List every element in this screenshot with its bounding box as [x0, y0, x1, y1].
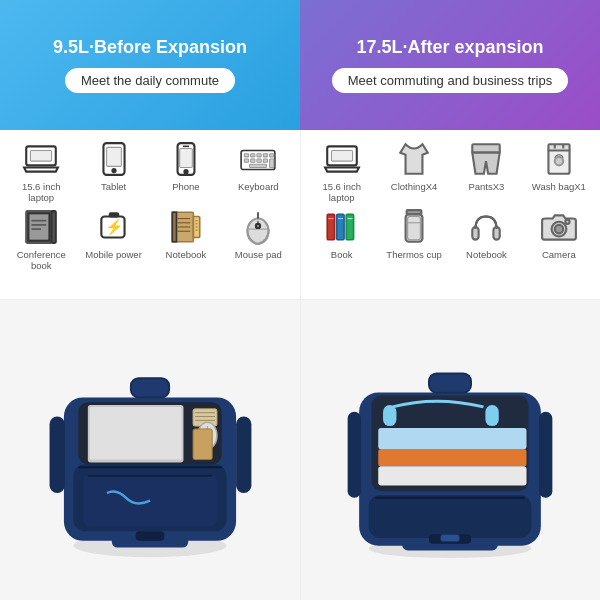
mousepad-icon [239, 208, 277, 246]
banner-left: 9.5L·Before Expansion Meet the daily com… [0, 0, 300, 130]
icon-pants: PantsX3 [456, 140, 516, 192]
svg-rect-104 [441, 534, 460, 542]
icons-row-left-2: Conference book ⚡ Mobile power [5, 208, 295, 272]
icon-laptop-1: 15.6 inch laptop [11, 140, 71, 204]
banners-section: 9.5L·Before Expansion Meet the daily com… [0, 0, 600, 130]
svg-rect-8 [180, 148, 193, 167]
svg-point-6 [184, 170, 187, 173]
keyboard-icon [239, 140, 277, 178]
icons-panel-right: 15.6 inch laptop ClothingX4 [301, 130, 601, 299]
svg-rect-20 [270, 159, 274, 167]
svg-rect-94 [486, 405, 499, 426]
svg-rect-13 [264, 154, 268, 157]
svg-rect-84 [193, 429, 212, 460]
images-section [0, 300, 600, 600]
banner-right-subtitle: Meet commuting and business trips [332, 68, 568, 93]
svg-rect-1 [31, 151, 52, 162]
svg-rect-98 [369, 495, 532, 538]
icon-label-tablet: Tablet [101, 181, 126, 192]
icon-label-clothing: ClothingX4 [391, 181, 437, 192]
backpack-left [10, 310, 290, 590]
laptop-2-icon [323, 140, 361, 178]
svg-rect-97 [379, 466, 527, 485]
icons-panel-left: 15.6 inch laptop Tablet [0, 130, 301, 299]
svg-rect-49 [548, 144, 569, 150]
icon-label-keyboard: Keyboard [238, 181, 279, 192]
svg-rect-15 [251, 159, 255, 162]
svg-point-44 [256, 224, 260, 228]
icon-label-mousepad: Mouse pad [235, 249, 282, 260]
washbag-icon [540, 140, 578, 178]
pants-icon [467, 140, 505, 178]
svg-rect-31 [172, 212, 176, 242]
svg-rect-88 [135, 531, 164, 541]
icon-tablet: Tablet [84, 140, 144, 192]
svg-rect-85 [49, 417, 64, 494]
icon-keyboard: Keyboard [228, 140, 288, 192]
svg-rect-4 [106, 147, 121, 166]
svg-point-66 [555, 225, 563, 233]
banner-right-title: 17.5L·After expansion [356, 37, 543, 59]
icon-label-laptop-1: 15.6 inch laptop [11, 181, 71, 204]
svg-rect-19 [270, 154, 274, 157]
svg-rect-18 [250, 164, 267, 167]
main-container: 9.5L·Before Expansion Meet the daily com… [0, 0, 600, 600]
icon-thermos: Thermos cup [384, 208, 444, 260]
icon-label-notebook-left: Notebook [166, 249, 207, 260]
svg-rect-73 [83, 474, 217, 527]
icon-laptop-2: 15.6 inch laptop [312, 140, 372, 204]
svg-rect-16 [257, 159, 261, 162]
icon-headphones: Notebook [456, 208, 516, 260]
svg-rect-93 [383, 405, 396, 426]
laptop-icon [22, 140, 60, 178]
svg-rect-100 [348, 412, 361, 498]
svg-rect-77 [89, 407, 181, 460]
books-icon [323, 208, 361, 246]
svg-rect-70 [131, 378, 169, 397]
icons-section: 15.6 inch laptop Tablet [0, 130, 600, 300]
icon-label-washbag: Wash bagX1 [532, 181, 586, 192]
banner-left-subtitle: Meet the daily commute [65, 68, 235, 93]
icon-mousepad: Mouse pad [228, 208, 288, 260]
icon-clothing: ClothingX4 [384, 140, 444, 192]
svg-rect-101 [539, 412, 552, 498]
image-panel-right [301, 300, 601, 600]
svg-point-3 [112, 169, 115, 172]
backpack-right [311, 310, 591, 590]
icon-conference-book: Conference book [11, 208, 71, 272]
image-panel-left [0, 300, 301, 600]
svg-rect-61 [408, 216, 421, 239]
clothing-icon [395, 140, 433, 178]
icon-label-books: Book [331, 249, 353, 260]
conference-book-icon [22, 208, 60, 246]
phone-icon [167, 140, 205, 178]
icons-row-right-2: Book Thermos cup [306, 208, 596, 260]
svg-point-52 [555, 157, 563, 165]
icon-label-camera: Camera [542, 249, 576, 260]
icon-notebook-left: Notebook [156, 208, 216, 260]
icon-label-laptop-2: 15.6 inch laptop [312, 181, 372, 204]
banner-left-title: 9.5L·Before Expansion [53, 37, 247, 59]
banner-right: 17.5L·After expansion Meet commuting and… [300, 0, 600, 130]
icons-row-left-1: 15.6 inch laptop Tablet [5, 140, 295, 204]
svg-rect-22 [29, 213, 50, 240]
svg-rect-96 [379, 449, 527, 466]
svg-rect-29 [109, 213, 117, 216]
icon-label-thermos: Thermos cup [386, 249, 441, 260]
mobile-power-icon: ⚡ [95, 208, 133, 246]
svg-point-67 [565, 219, 569, 223]
svg-rect-10 [245, 154, 249, 157]
camera-icon [540, 208, 578, 246]
icon-mobile-power: ⚡ Mobile power [84, 208, 144, 260]
icon-label-phone: Phone [172, 181, 199, 192]
icons-row-right-1: 15.6 inch laptop ClothingX4 [306, 140, 596, 204]
thermos-icon [395, 208, 433, 246]
svg-rect-17 [264, 159, 268, 162]
svg-rect-12 [257, 154, 261, 157]
svg-rect-91 [429, 373, 471, 392]
icon-label-pants: PantsX3 [468, 181, 504, 192]
svg-rect-11 [251, 154, 255, 157]
icon-washbag: Wash bagX1 [529, 140, 589, 192]
svg-rect-86 [236, 417, 251, 494]
icon-label-headphones: Notebook [466, 249, 507, 260]
